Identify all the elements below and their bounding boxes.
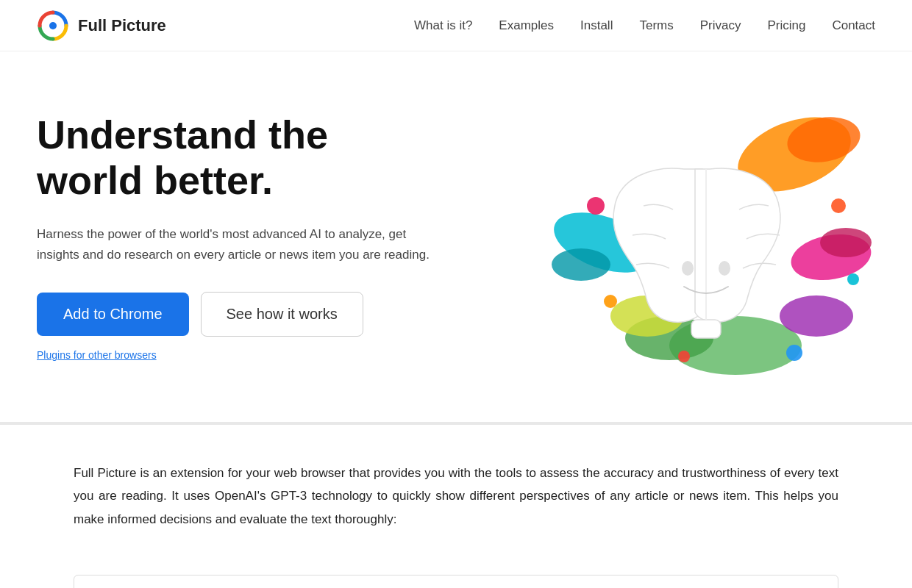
svg-point-22 <box>719 261 730 276</box>
logo-icon <box>37 10 69 42</box>
svg-point-16 <box>604 295 617 308</box>
hero-image <box>537 96 875 378</box>
hero-left: Understand the world better. Harness the… <box>37 112 434 361</box>
nav-links: What is it? Examples Install Terms Priva… <box>414 18 875 33</box>
svg-point-21 <box>682 261 694 276</box>
brain-illustration <box>537 96 875 375</box>
svg-point-8 <box>820 228 872 257</box>
nav-privacy[interactable]: Privacy <box>700 18 741 33</box>
hero-buttons: Add to Chrome See how it works <box>37 292 434 337</box>
nav-pricing[interactable]: Pricing <box>767 18 805 33</box>
see-how-it-works-button[interactable]: See how it works <box>201 292 363 337</box>
nav-terms[interactable]: Terms <box>639 18 673 33</box>
nav-what-is-it[interactable]: What is it? <box>414 18 472 33</box>
hero-section: Understand the world better. Harness the… <box>0 51 912 422</box>
svg-point-14 <box>831 198 846 213</box>
other-browsers-link[interactable]: Plugins for other browsers <box>37 349 157 361</box>
description-text: Full Picture is an extension for your we… <box>74 462 838 531</box>
logo-area[interactable]: Full Picture <box>37 10 166 42</box>
svg-rect-19 <box>691 320 721 338</box>
screenshot-area: Overall reliability Reading time ! <box>0 575 912 588</box>
description-section: Full Picture is an extension for your we… <box>0 425 912 575</box>
svg-point-13 <box>587 197 605 215</box>
nav-examples[interactable]: Examples <box>499 18 554 33</box>
nav-install[interactable]: Install <box>580 18 613 33</box>
screenshot-box: Overall reliability Reading time ! <box>74 575 838 588</box>
svg-point-12 <box>780 295 853 337</box>
navbar: Full Picture What is it? Examples Instal… <box>0 0 912 51</box>
svg-point-6 <box>552 248 610 281</box>
svg-point-17 <box>786 345 802 361</box>
add-to-chrome-button[interactable]: Add to Chrome <box>37 293 189 336</box>
svg-point-18 <box>678 351 690 362</box>
svg-point-15 <box>847 273 859 285</box>
logo-title: Full Picture <box>78 16 166 35</box>
nav-contact[interactable]: Contact <box>832 18 875 33</box>
hero-heading: Understand the world better. <box>37 112 434 203</box>
hero-description: Harness the power of the world's most ad… <box>37 224 434 265</box>
svg-point-2 <box>49 22 57 29</box>
